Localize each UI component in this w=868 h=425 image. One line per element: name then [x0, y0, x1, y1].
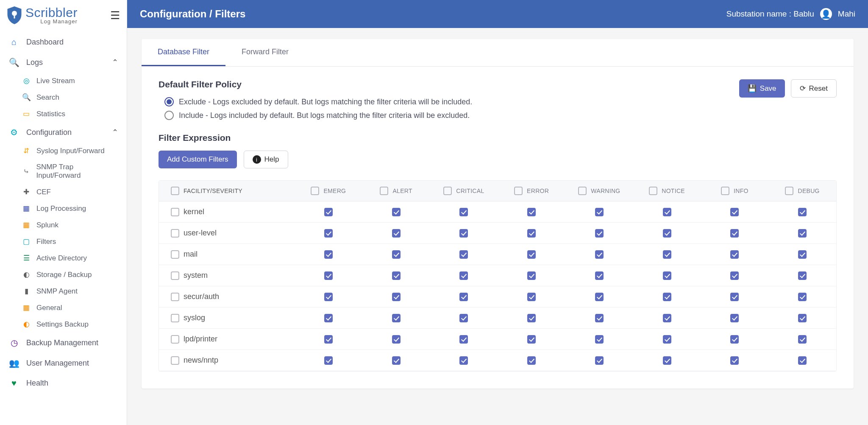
- checkbox-secur/auth-alert[interactable]: [392, 293, 401, 301]
- checkbox-kernel-debug[interactable]: [798, 208, 807, 216]
- checkbox-lpd/printer-emerg[interactable]: [324, 335, 333, 344]
- checkbox-system-alert[interactable]: [392, 271, 401, 280]
- sidebar-subitem-config[interactable]: ✚ CEF: [4, 184, 127, 200]
- checkbox-news/nntp-emerg[interactable]: [324, 356, 333, 365]
- sidebar-item-dashboard[interactable]: ⌂ Dashboard: [0, 32, 127, 52]
- checkbox-user-level-critical[interactable]: [459, 229, 468, 238]
- checkbox-user-level-error[interactable]: [527, 229, 536, 238]
- checkbox-secur/auth-error[interactable]: [527, 293, 536, 301]
- checkbox-row-secur/auth[interactable]: [171, 293, 179, 301]
- checkbox-header-debug[interactable]: [785, 187, 793, 195]
- checkbox-news/nntp-info[interactable]: [730, 356, 739, 365]
- save-button[interactable]: 💾 Save: [739, 79, 785, 98]
- checkbox-row-user-level[interactable]: [171, 229, 179, 238]
- checkbox-syslog-error[interactable]: [527, 314, 536, 322]
- sidebar-item-logs[interactable]: 🔍 Logs ⌃: [0, 52, 127, 73]
- sidebar-subitem-logs[interactable]: ▭ Statistics: [4, 106, 127, 122]
- checkbox-header-alert[interactable]: [380, 187, 388, 195]
- sidebar-subitem-config[interactable]: ▦ Splunk: [4, 217, 127, 233]
- checkbox-secur/auth-debug[interactable]: [798, 293, 807, 301]
- policy-radio-0[interactable]: Exclude - Logs excluded by default. But …: [164, 97, 739, 106]
- checkbox-user-level-alert[interactable]: [392, 229, 401, 238]
- checkbox-syslog-critical[interactable]: [459, 314, 468, 322]
- checkbox-header-error[interactable]: [514, 187, 523, 195]
- checkbox-mail-emerg[interactable]: [324, 250, 333, 259]
- checkbox-header-critical[interactable]: [443, 187, 452, 195]
- checkbox-row-kernel[interactable]: [171, 208, 179, 216]
- checkbox-news/nntp-warning[interactable]: [595, 356, 604, 365]
- checkbox-news/nntp-alert[interactable]: [392, 356, 401, 365]
- checkbox-kernel-critical[interactable]: [459, 208, 468, 216]
- sidebar-item-user-management[interactable]: 👥 User Management: [0, 353, 127, 373]
- sidebar-subitem-config[interactable]: ▦ Log Processing: [4, 200, 127, 217]
- checkbox-news/nntp-critical[interactable]: [459, 356, 468, 365]
- add-custom-filters-button[interactable]: Add Custom Filters: [159, 151, 237, 168]
- sidebar-subitem-config[interactable]: ▢ Filters: [4, 233, 127, 250]
- sidebar-subitem-config[interactable]: ▦ General: [4, 299, 127, 316]
- checkbox-news/nntp-debug[interactable]: [798, 356, 807, 365]
- checkbox-kernel-error[interactable]: [527, 208, 536, 216]
- menu-toggle-icon[interactable]: ☰: [110, 9, 120, 22]
- checkbox-header-info[interactable]: [721, 187, 729, 195]
- checkbox-syslog-notice[interactable]: [663, 314, 671, 322]
- checkbox-row-lpd/printer[interactable]: [171, 335, 179, 344]
- checkbox-mail-critical[interactable]: [459, 250, 468, 259]
- sidebar-subitem-config[interactable]: ▮ SNMP Agent: [4, 283, 127, 299]
- checkbox-user-level-info[interactable]: [730, 229, 739, 238]
- checkbox-system-warning[interactable]: [595, 271, 604, 280]
- checkbox-news/nntp-error[interactable]: [527, 356, 536, 365]
- checkbox-system-info[interactable]: [730, 271, 739, 280]
- checkbox-mail-debug[interactable]: [798, 250, 807, 259]
- checkbox-header-notice[interactable]: [649, 187, 657, 195]
- checkbox-row-news/nntp[interactable]: [171, 356, 179, 365]
- policy-radio-1[interactable]: Include - Logs included by default. But …: [164, 111, 739, 120]
- checkbox-mail-alert[interactable]: [392, 250, 401, 259]
- checkbox-news/nntp-notice[interactable]: [663, 356, 671, 365]
- checkbox-syslog-emerg[interactable]: [324, 314, 333, 322]
- sidebar-subitem-config[interactable]: ⇵ Syslog Input/Forward: [4, 143, 127, 159]
- checkbox-system-error[interactable]: [527, 271, 536, 280]
- checkbox-syslog-info[interactable]: [730, 314, 739, 322]
- checkbox-row-mail[interactable]: [171, 250, 179, 259]
- checkbox-secur/auth-info[interactable]: [730, 293, 739, 301]
- checkbox-kernel-notice[interactable]: [663, 208, 671, 216]
- checkbox-lpd/printer-error[interactable]: [527, 335, 536, 344]
- sidebar-subitem-config[interactable]: ⤷ SNMP Trap Input/Forward: [4, 159, 127, 184]
- checkbox-kernel-warning[interactable]: [595, 208, 604, 216]
- checkbox-user-level-debug[interactable]: [798, 229, 807, 238]
- checkbox-user-level-warning[interactable]: [595, 229, 604, 238]
- checkbox-system-emerg[interactable]: [324, 271, 333, 280]
- checkbox-user-level-emerg[interactable]: [324, 229, 333, 238]
- checkbox-system-critical[interactable]: [459, 271, 468, 280]
- checkbox-system-debug[interactable]: [798, 271, 807, 280]
- checkbox-secur/auth-emerg[interactable]: [324, 293, 333, 301]
- checkbox-syslog-debug[interactable]: [798, 314, 807, 322]
- sidebar-subitem-config[interactable]: ☰ Active Directory: [4, 250, 127, 266]
- checkbox-lpd/printer-warning[interactable]: [595, 335, 604, 344]
- avatar-icon[interactable]: 👤: [820, 8, 832, 20]
- checkbox-system-notice[interactable]: [663, 271, 671, 280]
- sidebar-subitem-config[interactable]: ◐ Settings Backup: [4, 316, 127, 333]
- reset-button[interactable]: ⟳ Reset: [791, 79, 837, 98]
- tab-database-filter[interactable]: Database Filter: [142, 39, 225, 66]
- checkbox-secur/auth-notice[interactable]: [663, 293, 671, 301]
- checkbox-secur/auth-warning[interactable]: [595, 293, 604, 301]
- checkbox-lpd/printer-info[interactable]: [730, 335, 739, 344]
- checkbox-kernel-emerg[interactable]: [324, 208, 333, 216]
- checkbox-lpd/printer-debug[interactable]: [798, 335, 807, 344]
- checkbox-mail-warning[interactable]: [595, 250, 604, 259]
- checkbox-mail-notice[interactable]: [663, 250, 671, 259]
- checkbox-header-emerg[interactable]: [311, 187, 319, 195]
- checkbox-syslog-alert[interactable]: [392, 314, 401, 322]
- checkbox-all[interactable]: [171, 187, 179, 195]
- checkbox-kernel-alert[interactable]: [392, 208, 401, 216]
- checkbox-syslog-warning[interactable]: [595, 314, 604, 322]
- sidebar-subitem-config[interactable]: ◐ Storage / Backup: [4, 266, 127, 283]
- sidebar-subitem-logs[interactable]: 🔍 Search: [4, 89, 127, 106]
- checkbox-secur/auth-critical[interactable]: [459, 293, 468, 301]
- checkbox-row-syslog[interactable]: [171, 314, 179, 322]
- checkbox-header-warning[interactable]: [578, 187, 587, 195]
- checkbox-row-system[interactable]: [171, 271, 179, 280]
- sidebar-item-backup-management[interactable]: ◷ Backup Management: [0, 333, 127, 353]
- checkbox-lpd/printer-alert[interactable]: [392, 335, 401, 344]
